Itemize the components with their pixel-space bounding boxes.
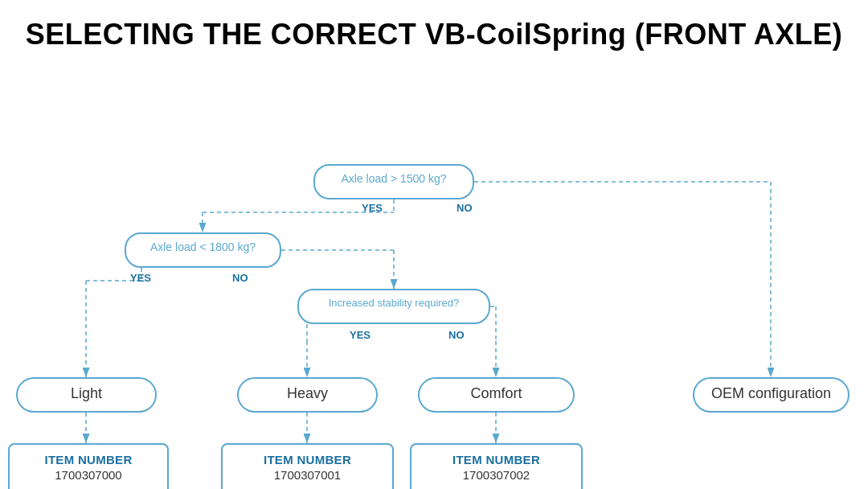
d1-yes-label: YES	[362, 202, 383, 214]
result-oem: OEM configuration	[693, 377, 850, 413]
item-box-1: ITEM NUMBER 1700307000	[8, 443, 169, 489]
d1-no-label: NO	[457, 202, 473, 214]
result-light: Light	[16, 377, 157, 413]
d3-no-label: NO	[448, 329, 465, 341]
result-comfort: Comfort	[418, 377, 575, 413]
d2-yes-label: YES	[130, 272, 151, 284]
result-heavy: Heavy	[237, 377, 378, 413]
item-label-1: ITEM NUMBER	[21, 453, 156, 466]
item-box-3: ITEM NUMBER 1700307002	[410, 443, 583, 489]
d2-no-label: NO	[232, 272, 248, 284]
decision-axle-1500: Axle load > 1500 kg?	[313, 164, 474, 199]
item-label-2: ITEM NUMBER	[234, 453, 381, 466]
item-number-3: 1700307002	[423, 468, 570, 482]
item-number-2: 1700307001	[234, 468, 381, 482]
decision-axle-1800: Axle load < 1800 kg?	[125, 232, 281, 268]
page-title: SELECTING THE CORRECT VB-CoilSpring (FRO…	[0, 0, 868, 60]
diagram-area: Axle load > 1500 kg? Axle load < 1800 kg…	[0, 68, 868, 462]
item-number-1: 1700307000	[21, 468, 156, 482]
item-label-3: ITEM NUMBER	[423, 453, 570, 466]
decision-stability: Increased stability required?	[297, 289, 490, 324]
d3-yes-label: YES	[350, 329, 371, 341]
item-box-2: ITEM NUMBER 1700307001	[221, 443, 394, 489]
